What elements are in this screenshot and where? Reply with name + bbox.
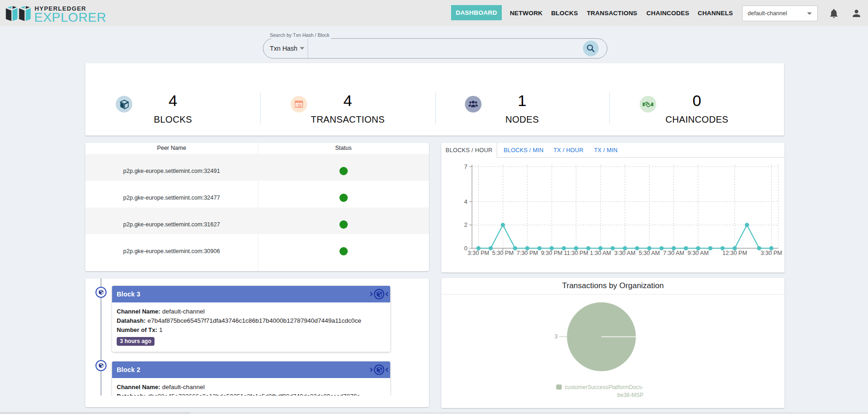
x-tick-label: 5:30 AM: [639, 250, 660, 256]
datahash-value: dbc88e45e722666c2e12bde50251c2fc1c5d0fbd…: [148, 393, 360, 396]
table-row[interactable]: p2p.gke-europe.settlemint.com:32491: [85, 154, 429, 181]
blocks-per-hour-line-chart: 02473:30 PM5:30 PM7:30 PM9:30 PM11:30 PM…: [441, 143, 785, 272]
nav-item-dashboard[interactable]: DASHBOARD: [451, 5, 502, 20]
legend-text-line1: customerSuccessPlatformDocs-: [565, 384, 643, 390]
channel-name-value: default-channel: [162, 384, 204, 390]
pie-label-line: [559, 337, 567, 337]
channel-select[interactable]: default-channel: [742, 6, 818, 21]
blocks-timeline-panel: Block 3 Channel Name: default-channel: [85, 278, 429, 407]
legend-label-line2: be38-MSP: [556, 391, 643, 399]
block-datahash-line: Datahash: e7b4af875bce65457f71dfa43746c1…: [117, 316, 386, 325]
status-up-dot: [339, 220, 348, 229]
nav-item-chaincodes[interactable]: CHAINCODES: [647, 0, 690, 26]
data-point: [598, 246, 602, 250]
datahash-label: Datahash:: [117, 393, 146, 396]
data-point: [501, 223, 505, 227]
y-tick-label: 4: [464, 198, 467, 205]
nav-item-network[interactable]: NETWORK: [510, 0, 542, 26]
blocks-timeline-scroll[interactable]: Block 3 Channel Name: default-channel: [85, 278, 429, 396]
x-tick-label: 7:30 PM: [517, 250, 538, 256]
block-card-2: Block 2 Channel Name: default-channel: [112, 361, 390, 396]
blocks-label: BLOCKS: [104, 114, 242, 125]
block-channel-line: Channel Name: default-channel: [117, 307, 386, 316]
chaincodes-label: CHAINCODES: [628, 114, 766, 125]
data-point: [562, 246, 566, 250]
hyperledger-explorer-dashboard: HYPERLEDGER EXPLORER DASHBOARD NETWORK B…: [0, 0, 868, 414]
data-point: [647, 246, 651, 250]
data-point: [550, 246, 554, 250]
status-up-dot: [339, 194, 348, 202]
block-expand-icon[interactable]: [369, 289, 390, 300]
chevron-down-icon: [300, 47, 304, 50]
chaincodes-count: 0: [628, 92, 766, 110]
block-card-body: Channel Name: default-channel Datahash: …: [112, 378, 390, 396]
logo-subtitle: EXPLORER: [34, 10, 107, 25]
data-point: [488, 246, 493, 250]
table-row[interactable]: p2p.gke-europe.settlemint.com:32477: [85, 181, 429, 207]
data-point: [611, 246, 615, 250]
block-title: Block 2: [117, 361, 140, 378]
peer-name: p2p.gke-europe.settlemint.com:31627: [85, 207, 258, 234]
y-tick-label: 7: [464, 163, 467, 170]
search-icon: [586, 43, 596, 53]
data-point: [574, 246, 578, 250]
status-up-dot: [339, 167, 348, 175]
nav-item-channels[interactable]: CHANNELS: [698, 0, 733, 26]
x-tick-label: 3:30 AM: [614, 250, 636, 256]
time-ago-badge: 3 hours ago: [117, 337, 155, 346]
peers-column-peer-name: Peer Name: [85, 143, 258, 154]
block-card-3: Block 3 Channel Name: default-channel: [112, 286, 390, 352]
pie-title: Transactions by Organization: [441, 281, 785, 290]
legend-swatch: [556, 384, 562, 390]
legend-label[interactable]: customerSuccessPlatformDocs- be38-MSP: [556, 384, 643, 399]
x-tick-label: 1:30 AM: [590, 250, 611, 256]
nodes-count: 1: [453, 92, 591, 110]
numtx-value: 1: [159, 326, 163, 333]
pie-value-label: 3: [554, 333, 558, 340]
table-row[interactable]: p2p.gke-europe.settlemint.com:31627: [85, 207, 429, 234]
data-point: [623, 246, 627, 250]
peer-name: p2p.gke-europe.settlemint.com:32491: [85, 154, 258, 181]
transactions-count: 4: [279, 92, 417, 110]
nodes-label: NODES: [453, 114, 591, 125]
block-card-body: Channel Name: default-channel Datahash: …: [112, 302, 390, 352]
block-expand-icon[interactable]: [369, 364, 390, 375]
nav-item-blocks[interactable]: BLOCKS: [551, 0, 578, 26]
channel-select-value: default-channel: [748, 10, 787, 17]
search-input[interactable]: [314, 39, 577, 58]
search-label: Search by Txn Hash / Block: [268, 32, 331, 39]
cube-icon: [98, 290, 104, 295]
datahash-label: Datahash:: [117, 317, 146, 324]
divider: [260, 92, 261, 124]
y-tick-label: 2: [464, 221, 467, 228]
table-row[interactable]: p2p.gke-europe.settlemint.com:30906: [85, 234, 429, 261]
block-title: Block 3: [117, 286, 140, 302]
x-tick-label: 3:30 PM: [468, 250, 489, 256]
peers-table: Peer Name Status p2p.gke-europe.settlemi…: [85, 143, 429, 271]
block-card-header: Block 3: [112, 286, 390, 302]
search-button[interactable]: [583, 41, 599, 56]
data-point: [525, 246, 529, 250]
channel-name-label: Channel Name:: [117, 308, 161, 315]
data-point: [586, 246, 590, 250]
tx-by-org-panel: Transactions by Organization 3 customerS…: [441, 278, 785, 408]
chevron-down-icon: [807, 12, 812, 15]
data-point: [635, 246, 639, 250]
data-point: [769, 246, 773, 250]
block-datahash-line: Datahash: dbc88e45e722666c2e12bde50251c2…: [117, 392, 386, 396]
block-numtx-line: Number of Tx: 1: [117, 325, 386, 335]
data-point: [696, 246, 700, 250]
divider: [435, 92, 436, 124]
notifications-bell-icon[interactable]: [828, 8, 839, 19]
peers-column-status: Status: [258, 143, 429, 154]
legend-label-line1: customerSuccessPlatformDocs-: [556, 384, 643, 391]
topbar: HYPERLEDGER EXPLORER DASHBOARD NETWORK B…: [0, 0, 868, 26]
timeline-block-badge: [95, 287, 107, 298]
user-account-icon[interactable]: [851, 8, 862, 19]
stats-card: 4 BLOCKS 4 TRANSACTIONS: [85, 63, 784, 136]
search-divider: [308, 39, 308, 58]
nav-item-transactions[interactable]: TRANSACTIONS: [587, 0, 637, 26]
divider: [609, 92, 610, 124]
transactions-label: TRANSACTIONS: [279, 114, 417, 125]
hyperledger-logo-icon: [6, 6, 31, 22]
